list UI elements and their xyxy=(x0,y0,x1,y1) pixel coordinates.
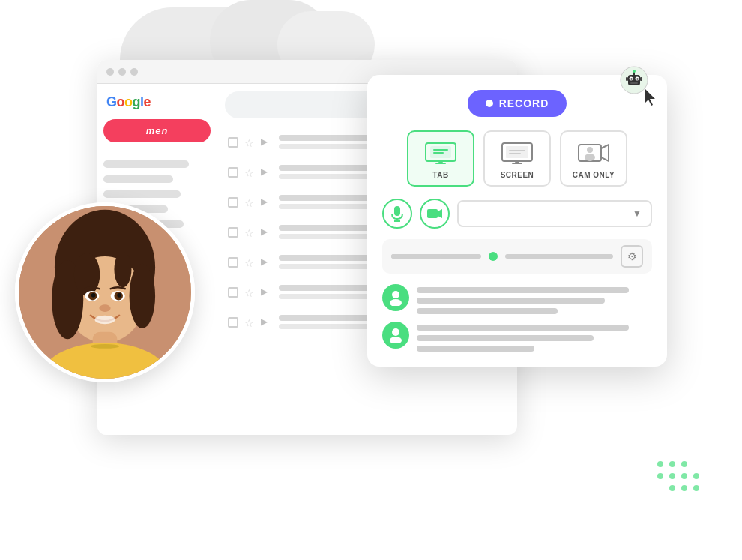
email-checkbox[interactable] xyxy=(228,317,238,328)
microphone-button[interactable] xyxy=(382,199,412,229)
user-line-1c xyxy=(417,308,558,314)
mode-card-cam-only[interactable]: CAM ONLY xyxy=(560,130,627,187)
google-logo-text: Google xyxy=(106,93,151,110)
screen-mode-icon xyxy=(501,141,534,165)
svg-point-26 xyxy=(587,147,593,153)
browser-dot-green xyxy=(130,68,138,76)
record-button[interactable]: RECORD xyxy=(468,90,567,117)
browser-dot-red xyxy=(106,68,114,76)
svg-rect-17 xyxy=(435,163,446,164)
svg-point-43 xyxy=(130,264,156,328)
camera-dropdown[interactable]: ▼ xyxy=(457,200,652,227)
person-photo-inner xyxy=(19,206,191,379)
email-checkbox[interactable] xyxy=(228,137,238,148)
email-checkbox[interactable] xyxy=(228,197,238,208)
deco-dot xyxy=(669,473,675,479)
svg-rect-31 xyxy=(427,209,438,218)
user-avatar-2 xyxy=(382,322,409,349)
svg-rect-6 xyxy=(630,82,638,84)
recording-mode-options: TAB SCREEN xyxy=(382,130,652,187)
svg-rect-9 xyxy=(626,77,628,81)
star-icon[interactable]: ☆ xyxy=(244,227,255,238)
user-content-1 xyxy=(417,284,652,314)
svg-rect-19 xyxy=(506,146,528,158)
record-button-label: RECORD xyxy=(499,97,549,109)
decorative-dots xyxy=(657,461,701,493)
svg-point-53 xyxy=(99,304,110,312)
deco-dot xyxy=(681,461,687,467)
tab-progress-bar xyxy=(391,254,481,259)
star-icon[interactable]: ☆ xyxy=(244,167,255,178)
google-logo: Google xyxy=(103,93,211,110)
microphone-icon xyxy=(390,205,404,222)
deco-dot xyxy=(681,473,687,479)
svg-rect-14 xyxy=(433,149,448,151)
svg-rect-10 xyxy=(640,77,642,81)
email-checkbox[interactable] xyxy=(228,167,238,178)
star-icon[interactable]: ☆ xyxy=(244,287,255,298)
sidebar-nav-item-1 xyxy=(103,160,189,168)
label-icon: ▶ xyxy=(261,316,273,328)
user-row-1 xyxy=(382,284,652,314)
deco-dot xyxy=(693,485,699,491)
svg-rect-23 xyxy=(509,153,521,154)
svg-point-45 xyxy=(114,251,131,287)
svg-point-35 xyxy=(392,328,399,336)
browser-dot-yellow xyxy=(118,68,126,76)
svg-rect-28 xyxy=(394,206,400,216)
user-content-2 xyxy=(417,322,652,352)
tab-mode-label: TAB xyxy=(432,171,448,179)
settings-button[interactable]: ⚙ xyxy=(621,245,643,268)
deco-dot xyxy=(693,473,699,479)
gear-icon: ⚙ xyxy=(627,250,637,262)
av-controls: ▼ xyxy=(382,199,652,229)
svg-marker-11 xyxy=(645,88,655,106)
email-checkbox[interactable] xyxy=(228,287,238,298)
user-line-2a xyxy=(417,325,629,331)
svg-point-44 xyxy=(74,253,100,296)
svg-marker-25 xyxy=(601,145,609,161)
svg-point-50 xyxy=(91,293,96,298)
star-icon[interactable]: ☆ xyxy=(244,317,255,328)
svg-point-27 xyxy=(585,154,595,161)
star-icon[interactable]: ☆ xyxy=(244,257,255,268)
tab-progress-fill xyxy=(391,254,441,259)
tab-indicator-row: ⚙ xyxy=(382,239,652,274)
user-line-2c xyxy=(417,346,534,352)
svg-marker-32 xyxy=(438,209,442,218)
svg-point-52 xyxy=(95,316,115,325)
user-line-1a xyxy=(417,287,629,293)
cam-only-mode-icon xyxy=(577,141,610,165)
deco-dot xyxy=(657,473,663,479)
svg-point-34 xyxy=(390,299,402,306)
email-checkbox[interactable] xyxy=(228,257,238,268)
extension-panel: RECORD TAB xyxy=(367,75,667,367)
record-dot-icon xyxy=(486,100,493,107)
svg-point-5 xyxy=(636,78,638,79)
screen-mode-label: SCREEN xyxy=(501,171,534,179)
label-icon: ▶ xyxy=(261,166,273,178)
svg-point-33 xyxy=(392,291,399,298)
deco-dot xyxy=(657,461,663,467)
tab-mode-icon xyxy=(424,141,457,165)
svg-point-54 xyxy=(91,344,119,349)
svg-point-4 xyxy=(630,78,632,79)
scene: Google men xyxy=(0,0,742,560)
email-checkbox[interactable] xyxy=(228,227,238,238)
mode-card-tab[interactable]: TAB xyxy=(407,130,474,187)
camera-button[interactable] xyxy=(420,199,450,229)
star-icon[interactable]: ☆ xyxy=(244,137,255,148)
mode-card-screen[interactable]: SCREEN xyxy=(483,130,551,187)
camera-icon xyxy=(426,208,443,220)
tab-line-right xyxy=(505,254,613,259)
compose-button[interactable]: men xyxy=(103,119,211,142)
label-icon: ▶ xyxy=(261,226,273,238)
svg-point-36 xyxy=(390,337,402,343)
svg-point-51 xyxy=(117,293,121,298)
tab-active-dot xyxy=(489,252,498,261)
svg-rect-21 xyxy=(512,163,522,164)
chevron-down-icon: ▼ xyxy=(633,208,642,219)
svg-point-8 xyxy=(633,70,636,73)
user-row-2 xyxy=(382,322,652,352)
star-icon[interactable]: ☆ xyxy=(244,197,255,208)
